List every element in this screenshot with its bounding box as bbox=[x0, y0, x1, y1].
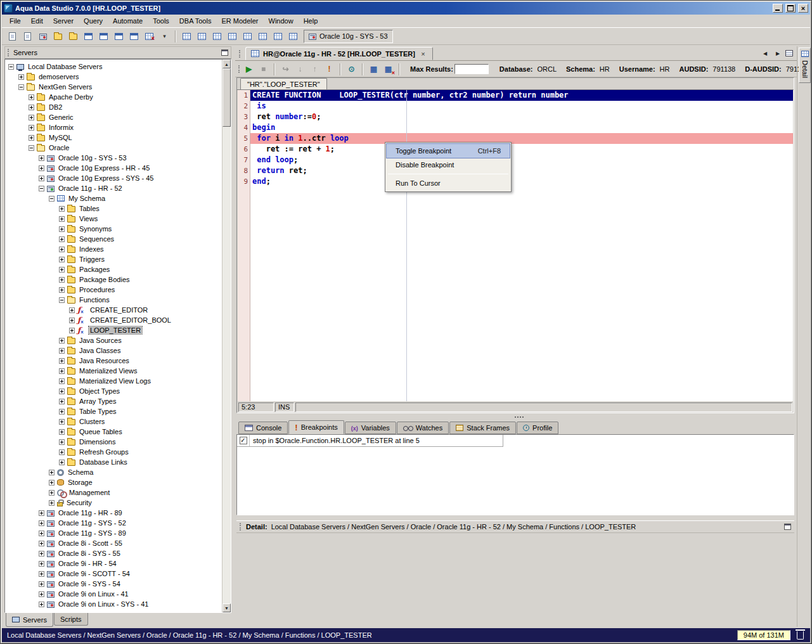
tree-item[interactable]: Oracle 8i - SYS - 55 bbox=[5, 548, 222, 558]
tree-item[interactable]: Java Resources bbox=[5, 356, 222, 366]
tree-item[interactable]: DB2 bbox=[5, 102, 222, 112]
collapse-icon[interactable] bbox=[39, 186, 44, 191]
query-window-icon[interactable] bbox=[66, 29, 81, 43]
restore-panel-icon[interactable] bbox=[784, 524, 791, 530]
context-menu-item-run-to-cursor[interactable]: Run To Cursor bbox=[387, 176, 510, 190]
tree-item[interactable]: CREATE_EDITOR bbox=[5, 305, 222, 315]
tree-item[interactable]: Packages bbox=[5, 264, 222, 274]
collapse-icon[interactable] bbox=[49, 196, 55, 202]
expand-icon[interactable] bbox=[39, 155, 44, 161]
expand-icon[interactable] bbox=[59, 460, 65, 465]
new-script-icon[interactable] bbox=[20, 29, 35, 43]
expand-icon[interactable] bbox=[59, 449, 65, 455]
menu-tools[interactable]: Tools bbox=[148, 15, 174, 27]
expand-icon[interactable] bbox=[39, 561, 44, 567]
tree-item[interactable]: Oracle 11g - HR - 52 bbox=[5, 183, 222, 193]
garbage-collect-icon[interactable] bbox=[797, 631, 804, 640]
drag-handle-icon[interactable] bbox=[240, 523, 242, 531]
tree-item[interactable]: Sequences bbox=[5, 234, 222, 244]
tab-list-icon[interactable] bbox=[785, 50, 793, 56]
editor-object-tab[interactable]: "HR"."LOOP_TESTER" bbox=[240, 78, 327, 89]
tree-item[interactable]: Java Sources bbox=[5, 335, 222, 345]
collapse-icon[interactable] bbox=[8, 64, 14, 70]
tree-item[interactable]: MySQL bbox=[5, 132, 222, 143]
expand-icon[interactable] bbox=[39, 591, 44, 597]
max-results-input[interactable] bbox=[454, 64, 489, 74]
expand-icon[interactable] bbox=[59, 358, 65, 364]
expand-icon[interactable] bbox=[39, 520, 44, 526]
code-line[interactable]: 4begin bbox=[238, 122, 793, 133]
context-menu-item-toggle-breakpoint[interactable]: Toggle BreakpointCtrl+F8 bbox=[387, 144, 510, 158]
tree-item[interactable]: Array Types bbox=[5, 396, 222, 406]
maximize-button[interactable] bbox=[785, 4, 796, 13]
schema-browser-icon[interactable] bbox=[51, 29, 65, 43]
tree-item[interactable]: Clusters bbox=[5, 416, 222, 427]
drag-handle-icon[interactable] bbox=[238, 65, 241, 73]
code-line[interactable]: 3 ret number:=0; bbox=[238, 112, 793, 122]
expand-icon[interactable] bbox=[29, 125, 34, 131]
expand-icon[interactable] bbox=[29, 105, 34, 110]
collapse-icon[interactable] bbox=[59, 297, 65, 303]
tree-item[interactable]: demoservers bbox=[5, 72, 222, 82]
expand-icon[interactable] bbox=[59, 206, 65, 212]
expand-icon[interactable] bbox=[29, 94, 34, 100]
results-grid-icon[interactable] bbox=[179, 29, 194, 43]
expand-icon[interactable] bbox=[59, 348, 65, 354]
result-grid-icon[interactable]: ▦ bbox=[367, 63, 380, 75]
close-results-icon[interactable] bbox=[142, 29, 157, 43]
breakpoint-row[interactable]: ✓stop in $Oracle.Function.HR.LOOP_TESTER… bbox=[237, 435, 503, 446]
scroll-up-icon[interactable]: ▲ bbox=[222, 60, 231, 68]
tree-item[interactable]: Oracle 9i on Linux - 41 bbox=[5, 589, 222, 599]
expand-icon[interactable] bbox=[59, 429, 65, 435]
tree-item[interactable]: Triggers bbox=[5, 254, 222, 264]
drag-handle-icon[interactable] bbox=[8, 49, 10, 56]
breakpoint-warning-icon[interactable]: ! bbox=[323, 63, 336, 75]
tree-item[interactable]: My Schema bbox=[5, 193, 222, 203]
tree-item[interactable]: Oracle 11g - SYS - 89 bbox=[5, 528, 222, 538]
expand-icon[interactable] bbox=[59, 236, 65, 242]
expand-icon[interactable] bbox=[59, 267, 65, 273]
horizontal-splitter[interactable] bbox=[236, 414, 794, 420]
expand-icon[interactable] bbox=[59, 419, 65, 425]
collapse-icon[interactable] bbox=[29, 145, 34, 151]
tree-item[interactable]: Materialized Views bbox=[5, 366, 222, 376]
step-into-icon[interactable]: ↓ bbox=[293, 63, 307, 75]
scrollbar-thumb[interactable] bbox=[222, 68, 231, 127]
tree-item[interactable]: Oracle bbox=[5, 143, 222, 153]
open-script-icon[interactable] bbox=[5, 29, 20, 43]
expand-icon[interactable] bbox=[39, 581, 44, 587]
chart-grid-icon[interactable] bbox=[240, 29, 255, 43]
window-cascade-icon[interactable] bbox=[81, 29, 96, 43]
tree-item[interactable]: Management bbox=[5, 487, 222, 498]
menu-window[interactable]: Window bbox=[264, 15, 299, 27]
expand-icon[interactable] bbox=[59, 257, 65, 262]
tree-item[interactable]: Oracle 10g Express - HR - 45 bbox=[5, 163, 222, 173]
expand-icon[interactable] bbox=[59, 378, 65, 384]
expand-icon[interactable] bbox=[59, 389, 65, 394]
tree-item[interactable]: Generic bbox=[5, 112, 222, 122]
close-result-grid-icon[interactable]: ▦× bbox=[382, 63, 395, 75]
tree-item[interactable]: CREATE_EDITOR_BOOL bbox=[5, 315, 222, 325]
menu-server[interactable]: Server bbox=[48, 15, 79, 27]
tree-item[interactable]: Local Database Servers bbox=[5, 61, 222, 72]
tree-item[interactable]: Oracle 9i - SCOTT - 54 bbox=[5, 569, 222, 579]
expand-icon[interactable] bbox=[59, 439, 65, 445]
results-text-icon[interactable] bbox=[195, 29, 209, 43]
tree-item[interactable]: Java Classes bbox=[5, 345, 222, 356]
collapse-icon[interactable] bbox=[18, 84, 24, 90]
tree-item[interactable]: Synonyms bbox=[5, 224, 222, 234]
tree-item[interactable]: Storage bbox=[5, 477, 222, 487]
tree-item[interactable]: Oracle 9i - SYS - 54 bbox=[5, 579, 222, 589]
commit-icon[interactable]: ⊙ bbox=[345, 63, 358, 75]
expand-icon[interactable] bbox=[39, 176, 44, 181]
expand-icon[interactable] bbox=[59, 287, 65, 293]
expand-icon[interactable] bbox=[59, 338, 65, 344]
export-grid-icon[interactable] bbox=[225, 29, 240, 43]
tree-item[interactable]: Object Types bbox=[5, 386, 222, 396]
expand-icon[interactable] bbox=[39, 541, 44, 546]
expand-icon[interactable] bbox=[59, 409, 65, 415]
tree-item[interactable]: Oracle 9i on Linux - SYS - 41 bbox=[5, 599, 222, 609]
expand-icon[interactable] bbox=[59, 216, 65, 222]
tree-item[interactable]: Refresh Groups bbox=[5, 447, 222, 457]
window-vertical-icon[interactable] bbox=[127, 29, 141, 43]
